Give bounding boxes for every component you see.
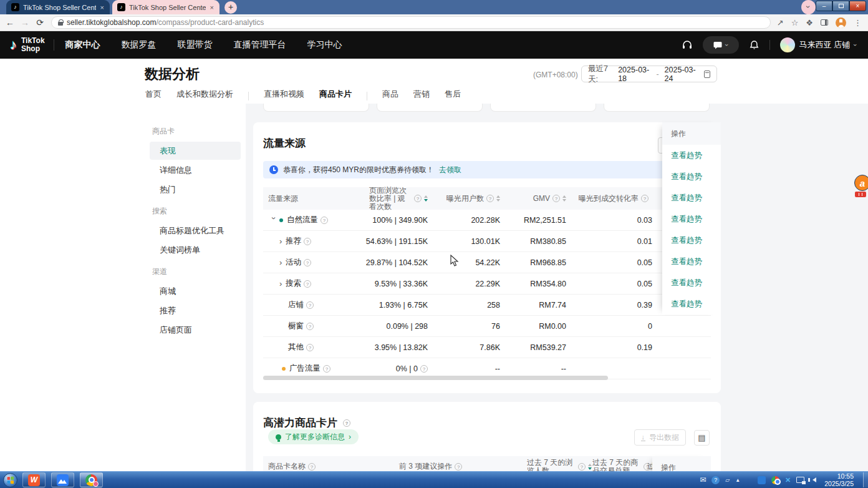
topnav-item-4[interactable]: 学习中心 (307, 39, 342, 51)
topnav-item-1[interactable]: 数据罗盘 (122, 39, 157, 51)
expand-chevron-icon[interactable]: › (279, 258, 286, 267)
expand-chevron-icon[interactable]: › (269, 217, 279, 223)
messages-button[interactable]: › (703, 36, 739, 54)
window-close-button[interactable]: × (849, 1, 866, 11)
tray-expand-icon[interactable]: ▲ (735, 477, 740, 483)
help-icon[interactable]: ? (304, 259, 311, 266)
floating-contact-widget[interactable]: a (851, 175, 868, 197)
report-list-button[interactable]: ▤ (694, 430, 710, 446)
date-range-picker[interactable]: 最近7天: 2025-03-18 - 2025-03-24 (581, 66, 717, 82)
help-icon[interactable]: ? (306, 323, 314, 330)
sidebar-item-热门[interactable]: 热门 (150, 180, 241, 198)
help-icon[interactable]: ? (641, 195, 649, 202)
sidebar-item-详细信息[interactable]: 详细信息 (150, 161, 241, 179)
speaker-icon[interactable] (810, 477, 816, 482)
headset-icon[interactable] (682, 39, 693, 51)
expand-chevron-icon[interactable]: › (279, 237, 286, 246)
sidebar-item-店铺页面[interactable]: 店铺页面 (150, 321, 241, 339)
tray-ime-icon[interactable]: ▱ (725, 477, 730, 483)
browser-tab-1[interactable]: ♪ TikTok Shop Seller Center | Cr × (6, 0, 110, 14)
back-button[interactable]: ← (2, 17, 17, 27)
view-trend-link[interactable]: 查看趋势 (671, 299, 702, 310)
sidebar-item-表现[interactable]: 表现 (150, 142, 241, 160)
help-icon[interactable]: ? (552, 195, 560, 202)
taskbar-wps-button[interactable]: W (22, 472, 46, 487)
col-users[interactable]: 曝光用户数? (428, 193, 500, 204)
tab-首页[interactable]: 首页 (145, 89, 162, 104)
tiktok-shop-logo[interactable]: ♪ TikTokShop (0, 37, 54, 53)
view-trend-link[interactable]: 查看趋势 (671, 193, 702, 203)
window-minimize-button[interactable]: – (816, 1, 832, 11)
taskbar-clock[interactable]: 10:55 2025/3/25 (824, 472, 854, 487)
tray-app-blue-icon[interactable] (758, 476, 766, 484)
help-icon[interactable]: ? (306, 301, 314, 309)
menu-kebab-icon[interactable]: ⋮ (854, 18, 862, 27)
help-icon[interactable]: ? (578, 463, 586, 471)
sort-icon[interactable] (588, 464, 592, 470)
view-trend-link[interactable]: 查看趋势 (671, 172, 702, 182)
view-trend-link[interactable]: 查看趋势 (671, 235, 702, 246)
help-icon[interactable]: ? (306, 344, 314, 351)
tab-商品[interactable]: 商品 (382, 89, 398, 104)
col-gmv[interactable]: GMV? (500, 194, 566, 203)
col-views-7d[interactable]: 过去 7 天的浏览人数? (527, 459, 592, 471)
help-icon[interactable]: ? (323, 365, 330, 373)
tab-直播和视频[interactable]: 直播和视频 (264, 89, 304, 104)
taskbar-chrome-button[interactable] (80, 472, 103, 487)
expand-chevron-icon[interactable]: › (279, 279, 286, 288)
col-ratio[interactable]: 页面浏览次数比率 | 观看次数 ? (368, 187, 428, 211)
help-icon[interactable]: ? (455, 463, 462, 471)
help-icon[interactable]: ? (308, 463, 316, 471)
diagnosis-link-pill[interactable]: 了解更多诊断信息 › (268, 429, 359, 444)
tray-keyboard-icon[interactable]: ✉ (700, 476, 706, 484)
forward-button[interactable]: → (17, 17, 32, 27)
taskbar-meeting-button[interactable] (51, 472, 74, 487)
topnav-item-3[interactable]: 直播管理平台 (234, 39, 286, 51)
show-desktop-button[interactable] (863, 472, 868, 487)
tab-close-icon[interactable]: × (100, 4, 105, 11)
refresh-button[interactable]: ⟳ (32, 17, 47, 27)
help-icon[interactable]: ? (486, 195, 494, 202)
share-icon[interactable]: ↗ (777, 18, 784, 27)
bell-icon[interactable] (749, 40, 760, 51)
help-icon[interactable]: ? (343, 419, 350, 427)
browser-profile-avatar[interactable] (836, 17, 846, 28)
view-trend-link[interactable]: 查看趋势 (671, 150, 702, 161)
help-icon[interactable]: ? (304, 238, 311, 245)
extensions-icon[interactable]: ❖ (806, 18, 813, 27)
topnav-item-0[interactable]: 商家中心 (65, 39, 100, 51)
tab-成长和数据分析[interactable]: 成长和数据分析 (176, 89, 233, 104)
scrollbar-thumb[interactable] (263, 376, 608, 380)
view-trend-link[interactable]: 查看趋势 (671, 214, 702, 225)
url-bar[interactable]: seller.tiktokglobalshop.com/compass/prod… (51, 16, 771, 29)
export-data-button[interactable]: ↓ 导出数据 (634, 429, 687, 446)
tab-close-icon[interactable]: × (210, 4, 215, 11)
topnav-item-2[interactable]: 联盟带货 (178, 39, 213, 51)
tab-商品卡片[interactable]: 商品卡片 (319, 89, 352, 104)
store-switcher[interactable]: 马来西亚 店铺 › (780, 37, 857, 52)
start-button[interactable] (3, 473, 17, 487)
col-cvr[interactable]: 曝光到成交转化率? (566, 193, 652, 204)
help-icon[interactable]: ? (414, 195, 422, 202)
horizontal-scrollbar[interactable] (263, 376, 711, 380)
sidebar-item-商品标题优化工具[interactable]: 商品标题优化工具 (150, 222, 241, 240)
remote-dropdown-button[interactable]: › (801, 0, 816, 14)
tab-营销[interactable]: 营销 (413, 89, 430, 104)
tray-x-icon[interactable]: ✕ (785, 476, 791, 484)
help-icon[interactable]: ? (420, 365, 428, 373)
help-icon[interactable]: ? (321, 217, 328, 224)
sidebar-item-关键词榜单[interactable]: 关键词榜单 (150, 241, 241, 259)
sidebar-item-推荐[interactable]: 推荐 (150, 301, 241, 320)
tray-help-icon[interactable]: ? (711, 476, 720, 484)
tray-chrome-icon[interactable] (771, 476, 779, 484)
sidebar-item-商城[interactable]: 商城 (150, 282, 241, 300)
view-trend-link[interactable]: 查看趋势 (671, 278, 702, 288)
window-restore-button[interactable] (832, 1, 849, 11)
help-icon[interactable]: ? (304, 280, 311, 288)
new-tab-button[interactable]: + (224, 1, 237, 14)
claim-link[interactable]: 去领取 (439, 165, 461, 175)
side-panel-icon[interactable] (821, 19, 828, 26)
network-icon[interactable] (796, 477, 804, 483)
view-trend-link[interactable]: 查看趋势 (671, 256, 702, 267)
bookmark-star-icon[interactable]: ☆ (791, 18, 799, 27)
